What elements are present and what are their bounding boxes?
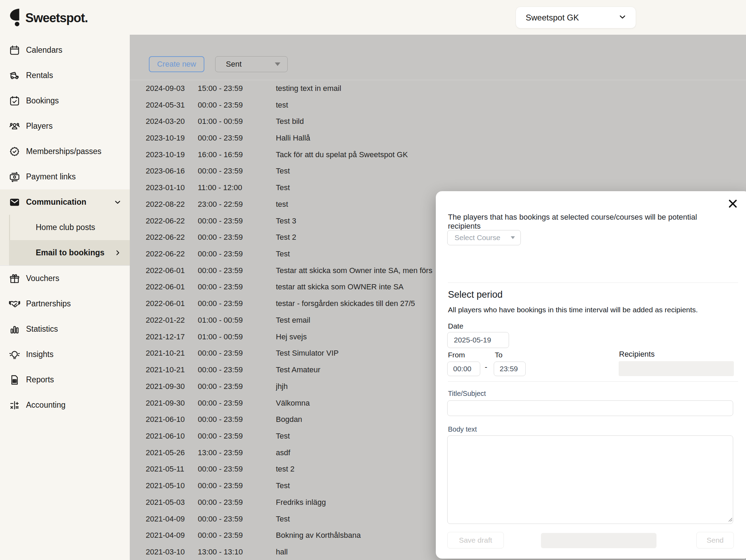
create-new-button[interactable]: Create new bbox=[149, 56, 204, 72]
top-header: Sweetspot. Sweetspot GK bbox=[0, 0, 746, 35]
row-date: 2023-10-19 bbox=[146, 134, 198, 143]
row-date: 2024-03-20 bbox=[146, 117, 198, 126]
row-date: 2022-06-22 bbox=[146, 217, 198, 226]
table-row[interactable]: 2024-03-20 01:00 - 00:59 Test bild bbox=[130, 113, 746, 130]
sidebar-item-label: Calendars bbox=[26, 45, 62, 55]
row-date: 2022-01-22 bbox=[146, 316, 198, 325]
chevron-down-icon bbox=[618, 12, 627, 23]
logo-text: Sweetspot. bbox=[25, 11, 88, 25]
course-select[interactable]: Select Course bbox=[447, 230, 521, 245]
row-time: 00:00 - 23:59 bbox=[198, 249, 276, 258]
row-time: 16:00 - 16:59 bbox=[198, 150, 276, 159]
row-date: 2024-09-03 bbox=[146, 84, 198, 93]
row-time: 00:00 - 23:59 bbox=[198, 365, 276, 374]
sidebar-item-label: Statistics bbox=[26, 324, 58, 334]
row-time: 00:00 - 23:59 bbox=[198, 498, 276, 507]
row-date: 2021-09-30 bbox=[146, 382, 198, 391]
row-date: 2021-06-10 bbox=[146, 432, 198, 441]
report-icon bbox=[9, 374, 20, 386]
body-text-textarea[interactable] bbox=[447, 435, 733, 524]
sidebar-item-partnerships[interactable]: Partnerships bbox=[0, 291, 130, 316]
modal-secondary-action[interactable] bbox=[541, 533, 656, 548]
sidebar-item-reports[interactable]: Reports bbox=[0, 367, 130, 392]
club-selector-dropdown[interactable]: Sweetspot GK bbox=[516, 7, 636, 28]
row-subject: Tack för att du spelat på Sweetspot GK bbox=[276, 150, 746, 159]
row-time: 00:00 - 23:59 bbox=[198, 299, 276, 308]
app-screen: Sweetspot. Sweetspot GK Calendars Rental… bbox=[0, 0, 746, 560]
row-time: 00:00 - 23:59 bbox=[198, 399, 276, 408]
row-time: 00:00 - 23:59 bbox=[198, 349, 276, 358]
table-row[interactable]: 2024-05-31 00:00 - 23:59 test bbox=[130, 97, 746, 113]
row-time: 01:00 - 00:59 bbox=[198, 117, 276, 126]
table-row[interactable]: 2023-10-19 00:00 - 23:59 Halli Hallå bbox=[130, 130, 746, 146]
sidebar-item-accounting[interactable]: Accounting bbox=[0, 392, 130, 418]
row-subject: Test bild bbox=[276, 117, 746, 126]
recipients-input[interactable] bbox=[619, 361, 734, 376]
close-icon[interactable] bbox=[727, 198, 738, 209]
row-time: 00:00 - 23:59 bbox=[198, 515, 276, 524]
row-date: 2021-04-09 bbox=[146, 515, 198, 524]
status-filter-select[interactable]: Sent bbox=[215, 56, 288, 72]
row-time: 01:00 - 00:59 bbox=[198, 332, 276, 341]
body-text-label: Body text bbox=[448, 425, 477, 433]
row-time: 00:00 - 23:59 bbox=[198, 415, 276, 424]
row-date: 2021-05-26 bbox=[146, 448, 198, 457]
select-period-title: Select period bbox=[448, 289, 503, 300]
table-row[interactable]: 2023-06-16 00:00 - 23:59 Test bbox=[130, 163, 746, 180]
status-filter-value: Sent bbox=[226, 60, 275, 69]
to-label: To bbox=[495, 351, 502, 359]
sidebar-item-label: Accounting bbox=[26, 400, 66, 410]
row-date: 2023-01-10 bbox=[146, 183, 198, 192]
date-input[interactable] bbox=[447, 332, 509, 348]
sidebar-item-home-club-posts[interactable]: Home club posts bbox=[9, 215, 130, 240]
sidebar-item-label: Bookings bbox=[26, 96, 59, 105]
row-time: 00:00 - 23:59 bbox=[198, 134, 276, 143]
sidebar-item-label: Rentals bbox=[26, 71, 53, 80]
caret-down-icon bbox=[511, 236, 515, 239]
sidebar-item-payment-links[interactable]: Payment links bbox=[0, 164, 130, 189]
club-selector-label: Sweetspot GK bbox=[526, 13, 618, 23]
banknote-icon bbox=[9, 171, 20, 183]
sidebar-item-statistics[interactable]: Statistics bbox=[0, 316, 130, 342]
gift-icon bbox=[9, 273, 20, 285]
row-date: 2022-06-22 bbox=[146, 249, 198, 258]
sidebar-item-communication[interactable]: Communication bbox=[0, 189, 130, 215]
sidebar-item-vouchers[interactable]: Vouchers bbox=[0, 266, 130, 291]
sweetspot-logo-icon bbox=[9, 8, 21, 28]
row-date: 2021-05-03 bbox=[146, 498, 198, 507]
table-row[interactable]: 2024-09-03 15:00 - 23:59 testing text in… bbox=[130, 80, 746, 97]
row-time: 00:00 - 23:59 bbox=[198, 266, 276, 275]
submenu-item-label: Email to bookings bbox=[36, 248, 104, 257]
sidebar-item-insights[interactable]: Insights bbox=[0, 342, 130, 367]
row-date: 2022-06-01 bbox=[146, 282, 198, 291]
row-time: 15:00 - 23:59 bbox=[198, 84, 276, 93]
submenu-item-label: Home club posts bbox=[36, 223, 95, 232]
row-time: 00:00 - 23:59 bbox=[198, 282, 276, 291]
sidebar-item-rentals[interactable]: Rentals bbox=[0, 63, 130, 88]
sweetspot-logo: Sweetspot. bbox=[9, 8, 88, 28]
title-subject-input[interactable] bbox=[447, 400, 733, 416]
row-time: 00:00 - 23:59 bbox=[198, 432, 276, 441]
row-time: 13:00 - 13:10 bbox=[198, 548, 276, 557]
row-subject: Test bbox=[276, 167, 746, 176]
sidebar-top-group: Calendars Rentals Bookings Players Membe… bbox=[0, 37, 130, 189]
sidebar-item-players[interactable]: Players bbox=[0, 113, 130, 139]
row-time: 11:00 - 12:00 bbox=[198, 183, 276, 192]
from-time-input[interactable] bbox=[447, 362, 480, 376]
to-time-input[interactable] bbox=[494, 362, 526, 376]
row-time: 00:00 - 23:59 bbox=[198, 233, 276, 242]
sidebar-item-calendars[interactable]: Calendars bbox=[0, 37, 130, 63]
send-button[interactable]: Send bbox=[696, 532, 734, 549]
sidebar-item-bookings[interactable]: Bookings bbox=[0, 88, 130, 113]
sidebar-item-memberships-passes[interactable]: Memberships/passes bbox=[0, 139, 130, 164]
table-row[interactable]: 2023-10-19 16:00 - 16:59 Tack för att du… bbox=[130, 146, 746, 163]
row-date: 2021-09-30 bbox=[146, 399, 198, 408]
save-draft-button[interactable]: Save draft bbox=[447, 532, 504, 549]
envelope-icon bbox=[9, 196, 20, 208]
sidebar-bottom-group: Vouchers Partnerships Statistics Insight… bbox=[0, 266, 130, 418]
row-date: 2022-06-01 bbox=[146, 299, 198, 308]
range-separator: - bbox=[485, 363, 487, 372]
modal-intro-text: The players that has bookings at selecte… bbox=[448, 213, 729, 231]
sidebar-item-email-to-bookings[interactable]: Email to bookings bbox=[9, 240, 130, 265]
badge-check-icon bbox=[9, 146, 20, 158]
